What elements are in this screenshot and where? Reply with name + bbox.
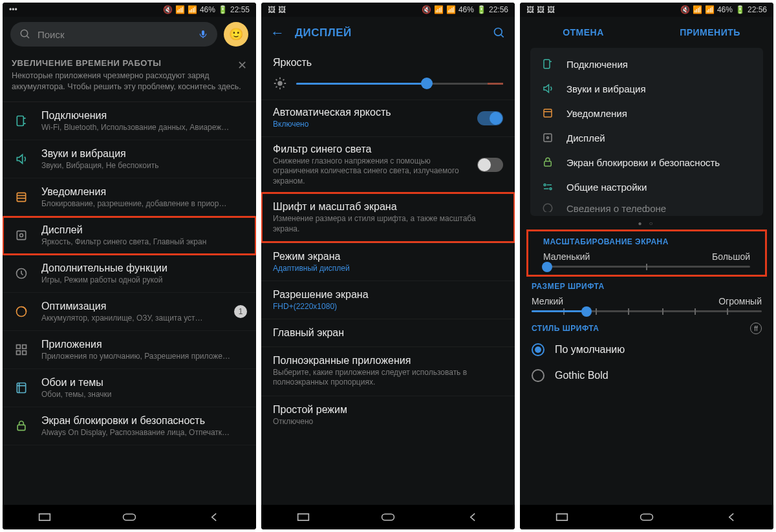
item-apps[interactable]: Приложения Приложения по умолчанию, Разр…	[3, 331, 256, 369]
svg-rect-12	[23, 345, 27, 348]
battery-text: 46%	[717, 5, 733, 14]
item-title: Экран блокировки и безопасность	[41, 415, 247, 427]
wifi-icon: 📶	[175, 5, 185, 14]
item-wallpaper[interactable]: Обои и темы Обои, темы, значки	[3, 369, 256, 407]
font-style-header-row: СТИЛЬ ШРИФТА ff	[520, 320, 773, 337]
close-icon[interactable]: ✕	[237, 58, 247, 72]
row-sub: Выберите, какие приложения следует испол…	[273, 368, 503, 388]
svg-rect-13	[17, 350, 21, 354]
screenshot-icon: 🖼	[537, 5, 544, 14]
svg-line-20	[501, 35, 504, 37]
svg-line-1	[27, 36, 29, 38]
status-right: 🔇 📶 📶 46% 🔋 22:55	[163, 5, 250, 14]
svg-line-26	[276, 80, 277, 81]
toggle-blue-filter[interactable]	[477, 158, 503, 172]
avatar[interactable]: 🙂	[224, 22, 248, 47]
nav-bar	[3, 505, 256, 529]
page-dots: ● ○	[520, 216, 773, 231]
back-button[interactable]	[466, 510, 480, 524]
font-max: Огромный	[718, 296, 762, 306]
item-title: Оптимизация	[41, 301, 222, 312]
brightness-slider[interactable]	[296, 83, 503, 85]
preview-label: Дисплей	[566, 133, 605, 144]
screenshot-icon: 🖼	[278, 5, 286, 14]
font-header: РАЗМЕР ШРИФТА	[520, 275, 773, 295]
recents-button[interactable]	[555, 510, 569, 524]
item-sub: Игры, Режим работы одной рукой	[41, 275, 247, 284]
header-title: ДИСПЛЕЙ	[295, 27, 482, 39]
header: ← ДИСПЛЕЙ	[261, 17, 515, 49]
status-right: 🔇 📶 📶 46% 🔋 22:56	[422, 5, 508, 14]
svg-rect-31	[382, 514, 394, 520]
more-icon: •••	[9, 5, 17, 14]
preview-sounds: Звуки и вибрация	[530, 76, 763, 101]
item-sub: Wi-Fi, Bluetooth, Использование данных, …	[41, 123, 247, 132]
item-advanced[interactable]: Дополнительные функции Игры, Режим работ…	[3, 255, 256, 293]
battery-banner[interactable]: УВЕЛИЧЕНИЕ ВРЕМЕНИ РАБОТЫ Некоторые прил…	[3, 52, 256, 102]
row-sub: Отключено	[273, 417, 503, 426]
preview-about: Сведения о телефоне	[530, 199, 763, 212]
recents-button[interactable]	[38, 510, 52, 524]
search-icon[interactable]	[493, 27, 506, 39]
scale-slider[interactable]	[543, 266, 750, 268]
svg-point-21	[277, 81, 282, 85]
item-display[interactable]: Дисплей Яркость, Фильтр синего света, Гл…	[3, 217, 256, 255]
preview-label: Уведомления	[566, 108, 627, 119]
brightness-slider-row	[261, 72, 515, 100]
row-blue-filter[interactable]: Фильтр синего света Снижение глазного на…	[261, 136, 515, 193]
item-sub: Звуки, Вибрация, Не беспокоить	[41, 161, 247, 170]
row-screen-mode[interactable]: Режим экрана Адаптивный дисплей	[261, 242, 515, 281]
mic-icon[interactable]	[198, 29, 208, 39]
nav-bar	[261, 505, 515, 529]
mute-icon: 🔇	[163, 5, 173, 14]
recents-button[interactable]	[296, 510, 310, 524]
item-connections[interactable]: Подключения Wi-Fi, Bluetooth, Использова…	[3, 102, 256, 140]
row-home-screen[interactable]: Главный экран	[261, 319, 515, 346]
apply-button[interactable]: ПРИМЕНИТЬ	[647, 17, 773, 48]
sound-icon	[541, 83, 555, 94]
row-sub: FHD+(2220x1080)	[273, 302, 503, 311]
font-option-default[interactable]: По умолчанию	[520, 337, 773, 363]
row-font-scale[interactable]: Шрифт и масштаб экрана Изменение размера…	[261, 193, 515, 242]
row-title: Режим экрана	[273, 251, 503, 262]
back-button[interactable]	[724, 510, 738, 524]
back-button[interactable]	[207, 510, 221, 524]
item-title: Уведомления	[41, 186, 247, 198]
row-fullscreen-apps[interactable]: Полноэкранные приложения Выберите, какие…	[261, 346, 515, 396]
row-auto-brightness[interactable]: Автоматическая яркость Включено	[261, 100, 515, 136]
row-simple-mode[interactable]: Простой режим Отключено	[261, 396, 515, 434]
preview-notifications: Уведомления	[530, 101, 763, 125]
item-notifications[interactable]: Уведомления Блокирование, разрешение, до…	[3, 178, 256, 217]
screenshot-icon: 🖼	[526, 5, 534, 14]
display-settings-screen: 🖼 🖼 🔇 📶 📶 46% 🔋 22:56 ← ДИСПЛЕЙ Яркость	[261, 3, 515, 529]
preview-panel: Подключения Звуки и вибрация Уведомления…	[530, 48, 763, 216]
brightness-label: Яркость	[261, 49, 515, 72]
wifi-icon: 📶	[434, 5, 444, 14]
wallpaper-icon	[13, 381, 30, 394]
screenshot-icon: 🖼	[268, 5, 275, 14]
home-button[interactable]	[122, 510, 136, 524]
optimize-icon	[13, 305, 30, 318]
back-icon[interactable]: ←	[270, 25, 285, 41]
settings-main-screen: ••• 🔇 📶 📶 46% 🔋 22:55 Поиск 🙂 УВЕЛИЧЕНИЕ…	[3, 3, 256, 529]
font-labels: Мелкий Огромный	[520, 295, 773, 310]
svg-rect-4	[17, 193, 25, 201]
banner-text: Некоторые приложения чрезмерно расходуют…	[12, 70, 247, 92]
font-slider[interactable]	[532, 310, 762, 312]
item-optimize[interactable]: Оптимизация Аккумулятор, хранилище, ОЗУ,…	[3, 293, 256, 331]
notifications-icon	[541, 107, 555, 119]
svg-rect-18	[124, 514, 136, 520]
item-sounds[interactable]: Звуки и вибрация Звуки, Вибрация, Не бес…	[3, 140, 256, 178]
font-option-gothic[interactable]: Gothic Bold	[520, 363, 773, 388]
svg-point-8	[20, 233, 23, 237]
cancel-button[interactable]: ОТМЕНА	[520, 17, 647, 48]
home-button[interactable]	[381, 510, 395, 524]
item-lockscreen[interactable]: Экран блокировки и безопасность Always O…	[3, 407, 256, 445]
preview-label: Общие настройки	[566, 182, 647, 193]
toggle-auto-brightness[interactable]	[477, 111, 503, 125]
row-resolution[interactable]: Разрешение экрана FHD+(2220x1080)	[261, 281, 515, 319]
row-title: Автоматическая яркость	[273, 107, 477, 118]
font-download-icon[interactable]: ff	[750, 323, 762, 334]
search-input[interactable]: Поиск	[10, 22, 217, 47]
home-button[interactable]	[640, 510, 654, 524]
